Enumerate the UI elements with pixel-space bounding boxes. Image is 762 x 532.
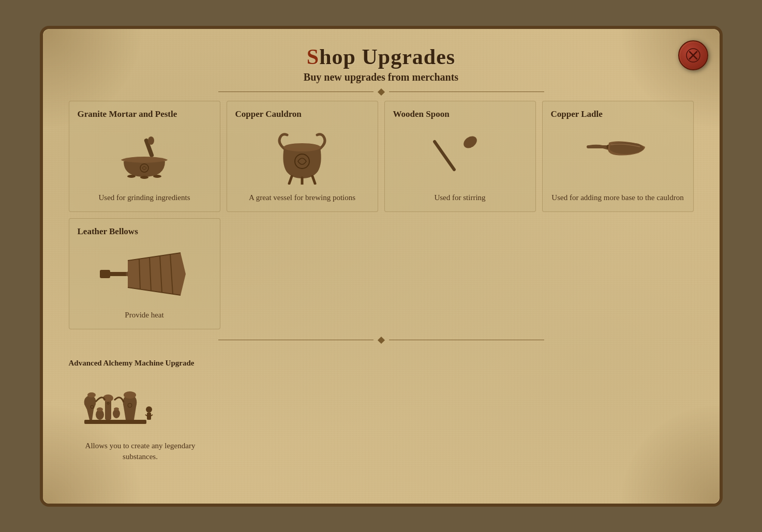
svg-rect-17 xyxy=(587,145,610,148)
item-desc-alchemy-machine: Allows you to create any legendary subst… xyxy=(69,440,212,462)
page-header: Shop Upgrades Buy new upgrades from merc… xyxy=(69,44,694,83)
item-image-wooden-spoon xyxy=(393,125,527,187)
svg-point-7 xyxy=(140,176,148,179)
svg-rect-26 xyxy=(84,420,146,424)
svg-line-11 xyxy=(289,176,292,184)
bottom-empty-1 xyxy=(227,351,378,471)
item-name-wooden-spoon: Wooden Spoon xyxy=(393,109,527,120)
svg-point-30 xyxy=(124,391,136,399)
empty-slot-1 xyxy=(227,218,378,329)
item-desc-copper-ladle: Used for adding more base to the cauldro… xyxy=(551,192,685,203)
svg-line-13 xyxy=(312,176,315,184)
bottom-empty-2 xyxy=(384,351,536,471)
item-desc-leather-bellows: Provide heat xyxy=(78,310,212,321)
item-name-alchemy-machine: Advanced Alchemy Machine Upgrade xyxy=(69,358,212,369)
svg-point-6 xyxy=(127,175,136,178)
item-desc-wooden-spoon: Used for stirring xyxy=(393,192,527,203)
item-name-copper-ladle: Copper Ladle xyxy=(551,109,685,120)
middle-divider-diamond xyxy=(377,337,384,344)
svg-point-8 xyxy=(153,175,161,178)
item-name-leather-bellows: Leather Bellows xyxy=(78,226,212,237)
items-row-3: Advanced Alchemy Machine Upgrade xyxy=(69,351,694,471)
page-subtitle: Buy new upgrades from merchants xyxy=(69,71,694,83)
item-granite-mortar[interactable]: Granite Mortar and Pestle xyxy=(69,101,220,212)
item-copper-ladle[interactable]: Copper Ladle Used for adding more base t… xyxy=(542,101,694,212)
item-alchemy-machine[interactable]: Advanced Alchemy Machine Upgrade xyxy=(69,351,220,471)
item-leather-bellows[interactable]: Leather Bellows xyxy=(69,218,220,329)
item-desc-copper-cauldron: A great vessel for brewing potions xyxy=(235,192,369,203)
svg-rect-15 xyxy=(432,139,456,171)
item-image-alchemy-machine xyxy=(69,373,212,435)
empty-slot-3 xyxy=(542,218,694,329)
item-name-granite-mortar: Granite Mortar and Pestle xyxy=(78,109,212,120)
svg-point-32 xyxy=(97,407,103,412)
svg-point-27 xyxy=(87,392,96,398)
svg-point-34 xyxy=(114,407,119,411)
item-copper-cauldron[interactable]: Copper Cauldron xyxy=(227,101,378,212)
svg-rect-25 xyxy=(100,270,110,278)
items-row-1: Granite Mortar and Pestle xyxy=(69,101,694,212)
item-desc-granite-mortar: Used for grinding ingredients xyxy=(78,192,212,203)
svg-point-4 xyxy=(148,136,154,145)
divider-line-left xyxy=(218,92,373,92)
middle-divider-line-right xyxy=(389,340,544,340)
item-image-leather-bellows xyxy=(78,242,212,305)
items-row-2: Leather Bellows xyxy=(69,218,694,329)
item-image-copper-ladle xyxy=(551,125,685,187)
divider-diamond xyxy=(377,88,384,95)
shop-upgrades-page: Shop Upgrades Buy new upgrades from merc… xyxy=(40,26,723,507)
item-image-granite-mortar xyxy=(78,125,212,187)
divider-line-right xyxy=(389,92,544,92)
top-divider xyxy=(69,89,694,95)
svg-point-14 xyxy=(288,144,317,148)
title-accent: S xyxy=(307,45,319,69)
middle-divider xyxy=(69,338,694,343)
item-name-copper-cauldron: Copper Cauldron xyxy=(235,109,369,120)
bottom-empty-3 xyxy=(542,351,694,471)
close-button[interactable] xyxy=(678,40,708,70)
svg-point-16 xyxy=(461,133,479,150)
middle-divider-line-left xyxy=(218,340,373,340)
item-image-copper-cauldron xyxy=(235,125,369,187)
page-title: Shop Upgrades xyxy=(69,44,694,69)
svg-point-35 xyxy=(146,406,152,413)
empty-slot-2 xyxy=(384,218,536,329)
item-wooden-spoon[interactable]: Wooden Spoon Used for stirring xyxy=(384,101,536,212)
